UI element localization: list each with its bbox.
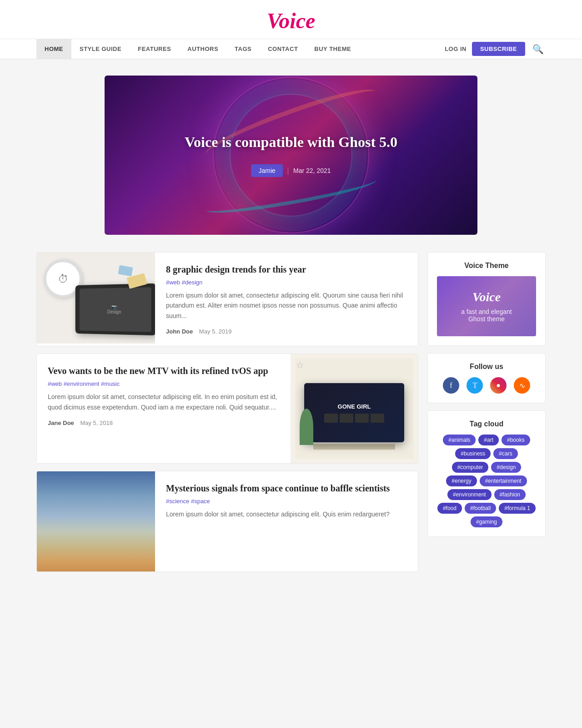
post-tags-3[interactable]: #science #space bbox=[166, 498, 407, 505]
post-body-3: Mysterious signals from space continue t… bbox=[155, 471, 418, 571]
tag-pill[interactable]: #food bbox=[437, 503, 462, 514]
tag-pill[interactable]: #fashion bbox=[494, 489, 526, 500]
nav-item-home[interactable]: HOME bbox=[36, 39, 71, 59]
main-content: ⏱ 📷Design 8 graphic design trends for th… bbox=[0, 243, 582, 588]
tag-cloud-widget: Tag cloud #animals#art#books#business#ca… bbox=[427, 410, 546, 537]
post-body-2: Vevo wants to be the new MTV with its re… bbox=[37, 354, 291, 463]
post-tags-2[interactable]: #web #environment #music bbox=[48, 380, 280, 387]
twitter-icon[interactable]: 𝕋 bbox=[467, 377, 483, 394]
site-header: Voice HOME STYLE GUIDE FEATURES AUTHORS … bbox=[0, 0, 582, 59]
hero-sep: | bbox=[287, 167, 289, 175]
nav-items: HOME STYLE GUIDE FEATURES AUTHORS TAGS C… bbox=[36, 39, 445, 59]
tag-pill[interactable]: #formula 1 bbox=[499, 503, 536, 514]
post-thumb-right-2: ☆ GONE GIRL bbox=[291, 354, 418, 463]
hero-meta: Jamie | Mar 22, 2021 bbox=[251, 164, 331, 177]
bookmark-button-2[interactable]: ☆ bbox=[296, 359, 304, 370]
post-card-3: Mysterious signals from space continue t… bbox=[36, 471, 418, 572]
nav-item-features[interactable]: FEATURES bbox=[130, 39, 179, 59]
nav-item-style-guide[interactable]: STYLE GUIDE bbox=[71, 39, 130, 59]
post-excerpt-1: Lorem ipsum dolor sit amet, consectetur … bbox=[166, 290, 407, 321]
site-logo[interactable]: Voice bbox=[267, 9, 316, 33]
post-excerpt-3: Lorem ipsum dolor sit amet, consectetur … bbox=[166, 509, 407, 519]
post-date-1: May 5, 2019 bbox=[199, 328, 232, 335]
hero-title: Voice is compatible with Ghost 5.0 bbox=[166, 134, 416, 151]
main-nav: HOME STYLE GUIDE FEATURES AUTHORS TAGS C… bbox=[0, 39, 582, 59]
post-author-line-2: Jane Doe May 5, 2018 bbox=[48, 420, 280, 426]
search-icon[interactable]: 🔍 bbox=[531, 42, 546, 56]
post-title-3[interactable]: Mysterious signals from space continue t… bbox=[166, 482, 407, 494]
facebook-icon[interactable]: f bbox=[443, 377, 459, 394]
theme-sub: a fast and elegantGhost theme bbox=[446, 308, 527, 323]
sidebar: Voice Theme Voice a fast and elegantGhos… bbox=[427, 252, 546, 579]
post-author-2: Jane Doe bbox=[48, 420, 74, 426]
post-thumbnail-3 bbox=[37, 471, 155, 571]
tag-pill[interactable]: #football bbox=[465, 503, 496, 514]
theme-logo: Voice bbox=[446, 290, 527, 304]
tag-pill[interactable]: #design bbox=[491, 462, 521, 473]
post-body-1: 8 graphic design trends for this year #w… bbox=[155, 253, 418, 346]
post-author-line-1: John Doe May 5, 2019 bbox=[166, 328, 407, 335]
post-card-1: ⏱ 📷Design 8 graphic design trends for th… bbox=[36, 252, 418, 346]
tag-pill[interactable]: #animals bbox=[443, 435, 476, 445]
post-excerpt-2: Lorem ipsum dolor sit amet, consectetur … bbox=[48, 392, 280, 412]
login-link[interactable]: LOG IN bbox=[445, 46, 467, 52]
post-date-2: May 5, 2018 bbox=[80, 420, 113, 426]
theme-widget: Voice Theme Voice a fast and elegantGhos… bbox=[427, 252, 546, 346]
tag-pill[interactable]: #computer bbox=[452, 462, 489, 473]
hero-author[interactable]: Jamie bbox=[251, 164, 282, 177]
subscribe-button[interactable]: SUBSCRIBE bbox=[472, 42, 525, 56]
theme-widget-title: Voice Theme bbox=[437, 262, 536, 270]
tag-pill[interactable]: #art bbox=[478, 435, 499, 445]
nav-item-buy-theme[interactable]: BUY THEME bbox=[306, 39, 359, 59]
tag-pill[interactable]: #cars bbox=[493, 448, 517, 459]
nav-item-contact[interactable]: CONTACT bbox=[260, 39, 306, 59]
follow-widget-title: Follow us bbox=[437, 363, 536, 371]
logo-bar: Voice bbox=[0, 0, 582, 39]
theme-banner[interactable]: Voice a fast and elegantGhost theme bbox=[437, 276, 536, 336]
hero-date: Mar 22, 2021 bbox=[293, 167, 331, 174]
tag-pill[interactable]: #energy bbox=[446, 475, 477, 486]
tag-pill[interactable]: #books bbox=[502, 435, 530, 445]
post-author-1: John Doe bbox=[166, 328, 193, 335]
post-title-2[interactable]: Vevo wants to be the new MTV with its re… bbox=[48, 365, 280, 377]
tag-pill[interactable]: #business bbox=[455, 448, 491, 459]
post-thumbnail-1: ⏱ 📷Design bbox=[37, 253, 155, 344]
tag-pill[interactable]: #environment bbox=[447, 489, 492, 500]
nav-item-tags[interactable]: TAGS bbox=[226, 39, 260, 59]
post-title-1[interactable]: 8 graphic design trends for this year bbox=[166, 263, 407, 275]
post-card-2: Vevo wants to be the new MTV with its re… bbox=[36, 354, 418, 464]
follow-widget: Follow us f 𝕋 ● ∿ bbox=[427, 353, 546, 403]
nav-item-authors[interactable]: AUTHORS bbox=[179, 39, 226, 59]
post-card-inner-1: ⏱ 📷Design 8 graphic design trends for th… bbox=[37, 253, 418, 346]
rss-icon[interactable]: ∿ bbox=[514, 377, 530, 394]
nav-right: LOG IN SUBSCRIBE 🔍 bbox=[445, 42, 546, 56]
post-tags-1[interactable]: #web #design bbox=[166, 279, 407, 286]
instagram-icon[interactable]: ● bbox=[490, 377, 507, 394]
tag-pill[interactable]: #gaming bbox=[471, 516, 502, 527]
hero-banner: Voice is compatible with Ghost 5.0 Jamie… bbox=[105, 76, 477, 235]
social-icons: f 𝕋 ● ∿ bbox=[437, 377, 536, 394]
tag-cloud-title: Tag cloud bbox=[437, 420, 536, 428]
posts-column: ⏱ 📷Design 8 graphic design trends for th… bbox=[36, 252, 418, 579]
tag-pill[interactable]: #entertainment bbox=[480, 475, 527, 486]
tag-cloud: #animals#art#books#business#cars#compute… bbox=[437, 435, 536, 527]
